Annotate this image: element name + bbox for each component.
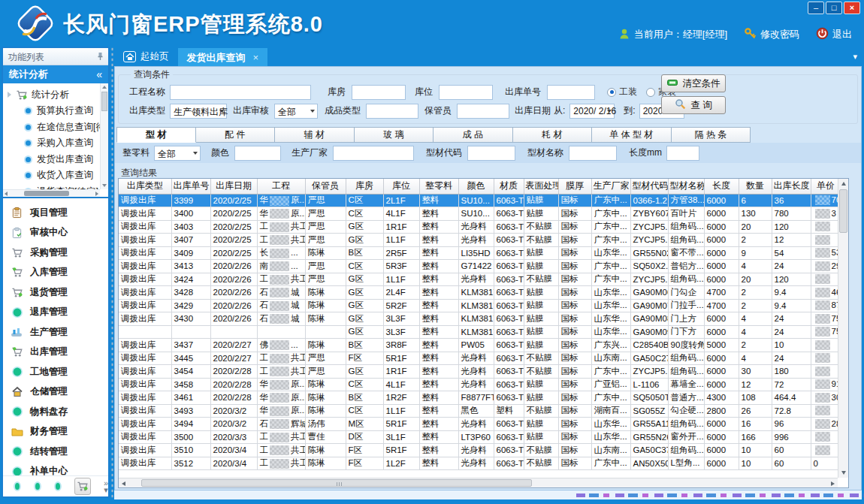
expander-icon[interactable] [8, 92, 11, 98]
sidebar-module-采购管理[interactable]: 采购管理 [3, 243, 108, 263]
tree-horizontal-scrollbar[interactable] [3, 189, 100, 197]
table-row[interactable]: 调拨出库34002020/2/25华原...严思C区4L1F整料SU10...6… [119, 207, 849, 221]
tab-close-icon[interactable]: × [253, 52, 259, 63]
column-header[interactable]: 整零料 [419, 179, 458, 194]
column-header[interactable]: 出库长度 [772, 179, 811, 194]
maximize-button[interactable]: □ [826, 2, 842, 14]
table-row[interactable]: 调拨出库34292020/2/26石城陈琳G区5R2F整料KLM38176063… [119, 299, 849, 312]
hscroll-thumb[interactable] [141, 479, 532, 487]
column-header[interactable]: 出库日期 [210, 179, 257, 194]
tab-home[interactable]: 起始页 [114, 47, 178, 66]
table-row[interactable]: 调拨出库34132020/2/26南...严思C区5R3F整料G71422606… [119, 260, 849, 273]
column-header[interactable]: 单价 [811, 179, 841, 194]
vscroll-thumb[interactable] [839, 189, 847, 233]
material-tab[interactable]: 辅 材 [275, 127, 355, 143]
tree-item[interactable]: 收货入库查询 [8, 167, 107, 184]
table-row[interactable]: 调拨出库34032020/2/25工共工程严思G区1R1F整料光身料6063-T… [119, 220, 849, 234]
material-tab[interactable]: 耗 材 [513, 127, 593, 143]
tree-item[interactable]: 预算执行查询 [8, 103, 107, 119]
sidebar-module-退货管理[interactable]: 退货管理 [3, 282, 108, 303]
material-tab[interactable]: 玻 璃 [355, 127, 434, 143]
module-dot-icon[interactable] [14, 481, 21, 491]
keeper-input[interactable] [457, 104, 509, 119]
pin-icon[interactable] [97, 52, 104, 63]
column-header[interactable]: 型材名称 [668, 179, 704, 194]
collapse-icon[interactable]: « [96, 65, 102, 83]
date-from-picker[interactable]: 2020/ 2/16 [569, 104, 615, 119]
table-row[interactable]: 调拨出库34302020/2/26石城陈琳G区3L3F整料KLM38176063… [119, 312, 849, 326]
cart-shortcut-button[interactable] [74, 478, 91, 495]
manufacturer-input[interactable] [333, 146, 414, 161]
column-header[interactable]: 颜色 [458, 179, 494, 194]
table-row[interactable]: 调拨出库34092020/2/25长...陈琳B区2R5F整料LI35HD606… [119, 246, 849, 260]
table-row[interactable]: 调拨出库35102020/3/4工共工程陈琳F区5R1F整料光身料6063-T5… [119, 444, 849, 457]
change-password-button[interactable]: 修改密码 [744, 27, 799, 42]
close-button[interactable]: × [844, 2, 860, 14]
sidebar-module-入库管理[interactable]: 入库管理 [3, 263, 108, 283]
table-row[interactable]: 调拨出库34582020/2/28华原...陈琳C区4L1F整料光身料6063-… [119, 378, 849, 391]
location-input[interactable] [439, 85, 493, 100]
whole-part-select[interactable]: 全部 [154, 146, 201, 161]
table-row[interactable]: 调拨出库34542020/2/28工共工程严思G区1R1F整料光身料6063-T… [119, 365, 849, 379]
table-row[interactable]: G区3L3F整料KLM38176063-T5贴膜国标山东华...GA90M09.… [119, 325, 849, 339]
sidebar-module-结转管理[interactable]: 结转管理 [3, 442, 108, 462]
table-row[interactable]: 调拨出库33992020/2/25华原...严思C区2L1F整料SU10...6… [119, 194, 849, 207]
radio-gongzhuang[interactable]: 工装 [607, 86, 637, 98]
material-tab[interactable]: 配 件 [196, 127, 276, 143]
column-header[interactable]: 生产厂家 [591, 179, 630, 194]
product-type-input[interactable] [366, 104, 418, 119]
sidebar-module-工地管理[interactable]: 工地管理 [3, 362, 108, 382]
audit-select[interactable]: 全部 [274, 104, 318, 119]
sidebar-module-生产管理[interactable]: 生产管理 [3, 322, 108, 343]
material-tab[interactable]: 成 品 [434, 127, 513, 143]
table-row[interactable]: 调拨出库35002020/3/3工共工程曹佳D区3L1F整料LT3P606063… [119, 430, 849, 444]
table-row[interactable]: 调拨出库34942020/3/2石辉城汤伟M区5R1F整料光身料6063-T5贴… [119, 418, 849, 431]
sidebar-module-退库管理[interactable]: 退库管理 [3, 303, 108, 323]
material-tab[interactable]: 单 体 型 材 [592, 127, 672, 143]
material-tab[interactable]: 隔 热 条 [672, 127, 751, 143]
module-dot-icon[interactable] [34, 481, 41, 491]
column-header[interactable]: 出库单号 [171, 179, 210, 194]
overflow-chevron[interactable]: »▾ [104, 480, 108, 493]
tree-root[interactable]: 统计分析 [8, 86, 107, 103]
column-header[interactable]: 数量 [739, 179, 772, 194]
out-type-select[interactable]: 生产领料出库 [170, 104, 227, 119]
tree-item[interactable]: 发货出库查询 [8, 152, 107, 168]
column-header[interactable]: 出库类型 [119, 179, 171, 194]
column-header[interactable]: 库房 [346, 179, 383, 194]
tree-item[interactable]: 采购入库查询 [8, 135, 107, 152]
stats-group-header[interactable]: 统计分析 « [3, 65, 108, 83]
profile-name-input[interactable] [569, 146, 617, 161]
minimize-button[interactable]: – [808, 2, 824, 14]
sidebar-module-出库管理[interactable]: 出库管理 [3, 343, 108, 363]
sidebar-module-审核中心[interactable]: 审核中心 [3, 223, 108, 243]
table-row[interactable]: 调拨出库34932020/3/2华原...陈琳C区1L1F整料黑色塑料不贴膜国标… [119, 404, 849, 418]
sidebar-module-仓储管理[interactable]: 仓储管理 [3, 382, 108, 403]
sidebar-module-物料盘存[interactable]: 物料盘存 [3, 402, 108, 422]
tab-overflow-icon[interactable]: ▾ [853, 52, 857, 62]
table-row[interactable]: 调拨出库34612020/2/28华原...陈琳B区1R2F整料F8877FT6… [119, 391, 849, 405]
table-row[interactable]: 调拨出库34452020/2/27工共工程严思F区5R1F整料光身料6063-T… [119, 352, 849, 365]
table-row[interactable]: 调拨出库34282020/2/26石城陈琳G区2L4F整料KLM38176063… [119, 286, 849, 300]
project-name-input[interactable] [170, 85, 311, 100]
table-row[interactable]: 调拨出库35122020/3/4工共工程陈琳F区1L2F整料光身料6063-T5… [119, 457, 849, 470]
vertical-scrollbar[interactable] [838, 179, 848, 478]
profile-code-input[interactable] [467, 146, 515, 161]
tree-vertical-scrollbar[interactable] [100, 83, 108, 189]
length-input[interactable] [666, 146, 699, 161]
horizontal-scrollbar[interactable] [119, 478, 838, 487]
tree-item[interactable]: 在途信息查询[待 [8, 119, 107, 136]
logout-button[interactable]: 退出 [816, 27, 852, 42]
table-row[interactable]: 调拨出库34372020/2/27佛...陈琳B区3R8F整料PW056063-… [119, 339, 849, 352]
sidebar-module-项目管理[interactable]: 项目管理 [3, 203, 108, 223]
column-header[interactable]: 保管员 [305, 179, 346, 194]
color-input[interactable] [234, 146, 281, 161]
warehouse-input[interactable] [352, 85, 406, 100]
column-header[interactable]: 工程 [257, 179, 305, 194]
column-header[interactable]: 长度 [704, 179, 739, 194]
table-row[interactable]: 调拨出库34072020/2/25工共工程严思G区1L1F整料光身料6063-T… [119, 234, 849, 247]
clear-conditions-button[interactable]: 清空条件 [661, 74, 726, 92]
search-button[interactable]: 查 询 [661, 96, 726, 114]
column-header[interactable]: 库位 [383, 179, 419, 194]
column-header[interactable]: 表面处理 [524, 179, 558, 194]
